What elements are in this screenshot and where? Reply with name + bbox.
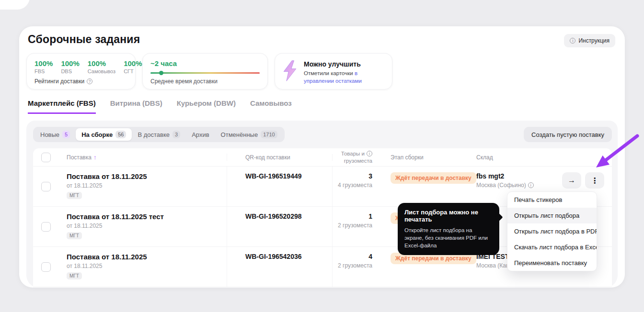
supply-date: от 18.11.2025 — [67, 263, 227, 269]
goods-count: 4 — [333, 253, 372, 260]
select-all-cell — [33, 153, 59, 162]
supply-tag: МГТ — [67, 232, 82, 239]
delivery-time-marker — [159, 71, 163, 75]
count-badge: 5 — [62, 131, 70, 138]
header-goods: Товары и i грузоместа — [333, 150, 377, 165]
annotation-arrow — [589, 132, 644, 178]
picking-list-tooltip: Лист подбора можно не печатать Откройте … — [398, 203, 499, 255]
warehouse-name: fbs mgt2 — [476, 172, 556, 180]
supply-qr: WB-GI-196542036 — [227, 247, 333, 287]
count-badge: 3 — [172, 131, 180, 138]
menu-item-print-stickers[interactable]: Печать стикеров — [507, 192, 597, 208]
goods-count: 1 — [333, 212, 372, 220]
header-stage: Этап сборки — [377, 154, 472, 161]
supply-title[interactable]: Поставка от 18.11.2025 — [67, 253, 227, 261]
row-checkbox[interactable] — [41, 182, 51, 191]
menu-item-rename-supply[interactable]: Переименовать поставку — [507, 255, 597, 271]
supply-title[interactable]: Поставка от 18.11.2025 тест — [67, 212, 227, 221]
goods-count: 3 — [333, 172, 372, 180]
tab-vitrina-dbs[interactable]: Витрина (DBS) — [110, 99, 162, 114]
status-filter-tabs: Новые 5 На сборке 56 В доставке 3 Архив … — [33, 127, 285, 142]
supply-qr: WB-GI-196520298 — [227, 207, 333, 246]
ratings-grid: 100% FBS 100% DBS 100% Самовывоз 100% СГ… — [34, 59, 127, 74]
ratings-footer: Рейтинги доставки ? — [34, 78, 127, 85]
warehouse-city: Москва (Кав — [476, 262, 509, 269]
supply-tag: МГТ — [67, 272, 82, 279]
delivery-time-value: ~2 часа — [150, 59, 260, 67]
page-title: Сборочные задания — [28, 33, 140, 46]
tab-pickup[interactable]: Самовывоз — [250, 99, 292, 114]
question-icon[interactable]: ? — [87, 78, 92, 84]
table-header: Поставка↑ QR-код поставки Товары и i гру… — [33, 148, 612, 167]
arrow-right-icon: → — [568, 176, 575, 185]
supply-date: от 18.11.2025 — [67, 182, 227, 189]
menu-item-open-picking-list[interactable]: Открыть лист подбора — [507, 208, 597, 223]
row-context-menu: Печать стикеров Открыть лист подбора Отк… — [507, 191, 597, 271]
instruction-button[interactable]: i Инструкция — [564, 34, 615, 47]
header-supply[interactable]: Поставка↑ — [59, 154, 227, 161]
sort-asc-icon[interactable]: ↑ — [93, 154, 97, 161]
rating-fbs: 100% FBS — [34, 59, 53, 74]
supply-tag: МГТ — [67, 192, 82, 199]
improve-text: Отметили карточки в управлении остатками — [304, 70, 377, 85]
supply-title[interactable]: Поставка от 18.11.2025 — [67, 172, 227, 180]
subtab-new[interactable]: Новые 5 — [34, 128, 76, 141]
row-checkbox[interactable] — [41, 222, 51, 232]
header-qr: QR-код поставки — [227, 154, 333, 161]
info-icon[interactable]: i — [528, 182, 534, 188]
open-supply-button[interactable]: → — [562, 172, 581, 189]
improve-title: Можно улучшить — [304, 60, 377, 68]
tooltip-title: Лист подбора можно не печатать — [404, 209, 493, 223]
subtab-cancelled[interactable]: Отменённые 1710 — [215, 128, 283, 141]
cargo-count: 2 грузоместа — [333, 262, 372, 269]
stats-row: 100% FBS 100% DBS 100% Самовывоз 100% СГ… — [26, 53, 392, 89]
delivery-model-tabs: Маркетплейс (FBS) Витрина (DBS) Курьером… — [28, 99, 292, 114]
supply-date: от 18.11.2025 — [67, 223, 227, 229]
subtab-in-delivery[interactable]: В доставке 3 — [132, 128, 186, 141]
delivery-time-card: ~2 часа Среднее время доставки — [142, 53, 268, 89]
delivery-time-gauge — [150, 72, 260, 74]
delivery-ratings-card: 100% FBS 100% DBS 100% Самовывоз 100% СГ… — [26, 53, 136, 89]
improve-card: Можно улучшить Отметили карточки в управ… — [275, 53, 392, 89]
menu-item-open-picking-list-pdf[interactable]: Открыть лист подбора в PDF — [507, 223, 597, 239]
rating-pickup: 100% Самовывоз — [88, 59, 115, 74]
subtab-assembling[interactable]: На сборке 56 — [76, 128, 132, 141]
status-badge: Ждёт передачи в доставку — [391, 172, 476, 184]
select-all-checkbox[interactable] — [41, 153, 51, 162]
info-icon[interactable]: i — [367, 151, 372, 156]
subtab-archive[interactable]: Архив — [186, 128, 215, 141]
cargo-count: 2 грузоместа — [333, 222, 372, 229]
supply-qr: WB-GI-196519449 — [227, 167, 333, 206]
tab-courier-dbw[interactable]: Курьером (DBW) — [177, 99, 236, 114]
supplies-toolbar: Новые 5 На сборке 56 В доставке 3 Архив … — [33, 127, 612, 142]
improve-content: Можно улучшить Отметили карточки в управ… — [304, 59, 377, 85]
cargo-count: 4 грузоместа — [333, 182, 372, 189]
row-checkbox[interactable] — [41, 262, 51, 272]
warehouse-city: Москва (Софьино) — [476, 182, 526, 189]
count-badge: 1710 — [261, 131, 277, 138]
instruction-label: Инструкция — [578, 37, 610, 44]
header-warehouse: Склад — [472, 154, 556, 161]
rating-dbs: 100% DBS — [61, 59, 79, 74]
info-icon: i — [570, 38, 575, 44]
rating-sgt: 100% СГТ — [124, 59, 142, 74]
delivery-time-label: Среднее время доставки — [150, 78, 260, 85]
tooltip-body: Откройте лист подбора на экране, без ска… — [404, 226, 493, 249]
count-badge: 56 — [115, 131, 126, 138]
menu-item-download-picking-list-excel[interactable]: Скачать лист подбора в Excel — [507, 239, 597, 255]
tab-marketplace-fbs[interactable]: Маркетплейс (FBS) — [28, 99, 96, 114]
lightning-icon — [282, 60, 298, 84]
background-card-corner — [0, 0, 30, 10]
